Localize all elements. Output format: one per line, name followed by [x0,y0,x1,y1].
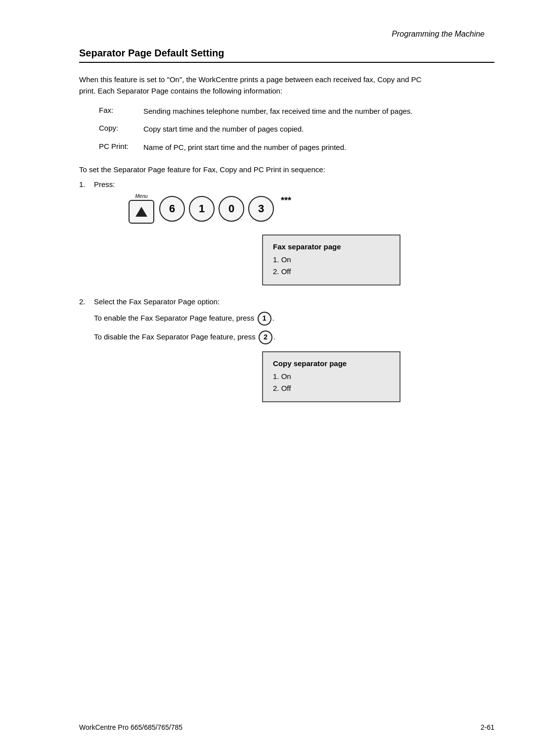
info-table: Fax: Sending machines telephone number, … [99,106,415,153]
pcprint-label: PC Print: [99,142,143,150]
step1-num: 1. [79,180,90,189]
step2-num: 2. [79,297,90,306]
section-title: Separator Page Default Setting [79,47,494,63]
pcprint-desc: Name of PC, print start time and the num… [143,142,346,153]
fax-box-title: Fax separator page [273,242,390,251]
page-header: Programming the Machine [79,30,494,39]
fax-label: Fax: [99,106,143,114]
button-6[interactable]: 6 [159,196,185,222]
info-row-fax: Fax: Sending machines telephone number, … [99,106,415,117]
menu-button-group: Menu [129,193,154,224]
menu-label: Menu [135,193,147,199]
info-row-copy: Copy: Copy start time and the number of … [99,124,415,135]
footer: WorkCentre Pro 665/685/765/785 2-61 [0,723,534,731]
fax-box-item1: 1. On [273,254,390,266]
button-3[interactable]: 3 [248,196,274,222]
intro-paragraph: When this feature is set to "On", the Wo… [79,74,435,97]
header-title: Programming the Machine [392,30,485,38]
button-1[interactable]: 1 [189,196,215,222]
fax-box-item2: 2. Off [273,266,390,278]
copy-desc: Copy start time and the number of pages … [143,124,304,135]
disable-text: To disable the Fax Separator Page featur… [94,332,256,341]
sequence-text: To set the Separator Page feature for Fa… [79,164,435,175]
footer-right: 2-61 [481,723,494,731]
footer-left: WorkCentre Pro 665/685/765/785 [79,723,182,731]
copy-label: Copy: [99,124,143,132]
step2-block: 2. Select the Fax Separator Page option:… [79,297,494,344]
page: Programming the Machine Separator Page D… [0,0,534,756]
copy-box-item2: 2. Off [273,382,390,394]
button-row: Menu 6 1 0 3 *** [129,193,494,224]
disable-substep: To disable the Fax Separator Page featur… [94,331,494,344]
step1-text: Press: [94,180,115,189]
enable-substep: To enable the Fax Separator Page feature… [94,312,494,326]
menu-triangle-button[interactable] [129,200,154,224]
enable-text: To enable the Fax Separator Page feature… [94,314,254,322]
step2-text: Select the Fax Separator Page option: [94,297,220,306]
triangle-icon [135,207,147,217]
button-0[interactable]: 0 [219,196,244,222]
disable-button[interactable]: 2 [259,331,272,344]
copy-box-item1: 1. On [273,371,390,382]
copy-box-title: Copy separator page [273,359,390,368]
step1: 1. Press: [79,180,494,189]
enable-button[interactable]: 1 [258,312,271,326]
fax-separator-box: Fax separator page 1. On 2. Off [262,235,400,285]
asterisks-label: *** [281,195,291,206]
step2: 2. Select the Fax Separator Page option: [79,297,494,306]
copy-separator-box: Copy separator page 1. On 2. Off [262,351,400,402]
info-row-pcprint: PC Print: Name of PC, print start time a… [99,142,415,153]
fax-desc: Sending machines telephone number, fax r… [143,106,413,117]
